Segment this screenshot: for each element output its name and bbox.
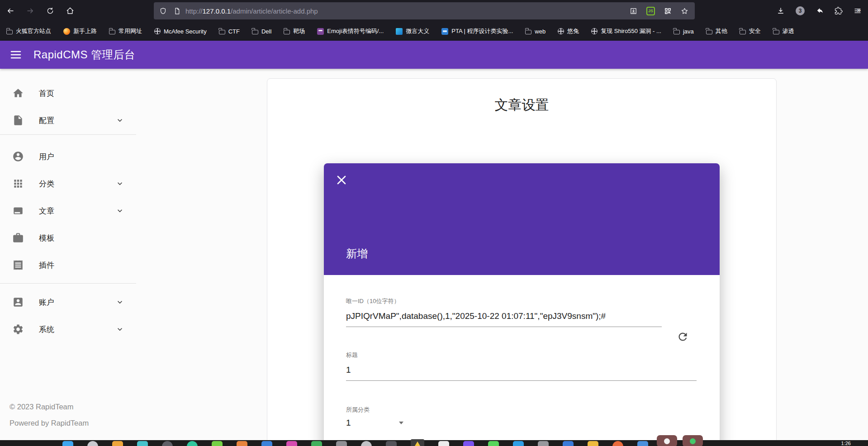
taskbar-app-icon[interactable] <box>361 441 372 446</box>
bookmarks-bar: 火狐官方站点 新手上路 常用网址 McAfee Security CTF <box>0 22 868 41</box>
extension-badge[interactable]: 3 <box>796 6 805 15</box>
bookmark-icon <box>154 28 161 34</box>
sidebar: 首页 配置 用户 分类 文章 <box>0 69 136 440</box>
taskbar-app-icon[interactable] <box>286 441 297 446</box>
bookmarks-overflow-chevron[interactable]: » <box>857 0 861 19</box>
bookmark-star-icon[interactable] <box>681 7 688 15</box>
bookmark-item[interactable]: 微言大义 <box>396 27 429 35</box>
taskbar-app-icon[interactable] <box>463 441 474 446</box>
sidebar-item-categories[interactable]: 分类 <box>0 170 136 197</box>
taskbar-app-icon[interactable] <box>162 441 173 446</box>
bookmark-label: 火狐官方站点 <box>16 27 51 35</box>
shield-icon[interactable] <box>159 7 167 15</box>
bookmark-item[interactable]: 火狐官方站点 <box>6 27 51 35</box>
bookmark-label: PTA | 程序设计类实验... <box>451 27 513 35</box>
bookmark-icon <box>219 30 225 34</box>
sidebar-item-accounts[interactable]: 账户 <box>0 289 136 316</box>
extensions-puzzle-icon[interactable] <box>835 7 843 15</box>
taskbar-app-icon[interactable] <box>637 441 648 446</box>
sidebar-toggle-icon[interactable] <box>10 49 22 61</box>
refresh-icon[interactable] <box>677 331 689 343</box>
bookmark-item[interactable]: PTA | 程序设计类实验... <box>441 27 513 35</box>
taskbar-app-icon[interactable] <box>612 441 623 446</box>
back-icon[interactable] <box>6 7 14 15</box>
qr-code-icon[interactable] <box>664 7 672 15</box>
receipt-icon <box>12 259 24 271</box>
forward-icon[interactable] <box>26 7 34 15</box>
url-actions: JS <box>630 7 688 15</box>
taskbar-thumbnail[interactable] <box>657 435 677 446</box>
browser-toolbar: http://127.0.0.1/admin/article/article-a… <box>0 0 868 22</box>
taskbar-app-icon[interactable] <box>513 441 524 446</box>
url-bar[interactable]: http://127.0.0.1/admin/article/article-a… <box>154 2 695 19</box>
taskbar-app-icon[interactable] <box>137 441 148 446</box>
taskbar-icons <box>62 441 648 446</box>
taskbar-app-icon[interactable] <box>112 441 123 446</box>
taskbar-app-icon[interactable] <box>62 441 73 446</box>
bookmark-item[interactable]: web <box>525 28 545 35</box>
taskbar-app-icon[interactable] <box>563 441 574 446</box>
taskbar-thumbnail[interactable] <box>683 435 703 446</box>
jshelter-extension-icon[interactable]: JS <box>646 7 655 15</box>
url-host: 127.0.0.1 <box>203 7 231 15</box>
taskbar-app-icon[interactable] <box>411 439 424 446</box>
bookmark-item[interactable]: Emoji表情符号编码/... <box>317 27 384 35</box>
taskbar-app-icon[interactable] <box>237 441 247 446</box>
bookmark-icon <box>740 30 746 34</box>
taskbar-app-icon[interactable] <box>336 441 347 446</box>
taskbar-app-icon[interactable] <box>87 441 98 446</box>
title-input[interactable] <box>346 362 697 381</box>
bookmark-item[interactable]: 复现 Shiro550 漏洞 - ... <box>591 27 661 35</box>
taskbar-app-icon[interactable] <box>386 441 397 446</box>
sidebar-item-label: 用户 <box>39 152 54 162</box>
sidebar-item-system[interactable]: 系统 <box>0 316 136 343</box>
bookmark-icon <box>109 30 115 34</box>
bookmark-item[interactable]: Dell <box>252 28 271 35</box>
bookmark-item[interactable]: 悠兔 <box>558 27 579 35</box>
sidebar-item-articles[interactable]: 文章 <box>0 197 136 224</box>
close-icon[interactable] <box>336 175 347 185</box>
downloads-icon[interactable] <box>777 7 785 15</box>
sidebar-item-templates[interactable]: 模板 <box>0 224 136 251</box>
home-icon[interactable] <box>66 7 74 15</box>
taskbar-app-icon[interactable] <box>261 441 272 446</box>
bookmark-item[interactable]: java <box>674 28 694 35</box>
unique-id-input[interactable] <box>346 308 662 327</box>
page-info-icon[interactable] <box>173 7 181 15</box>
sidebar-item-config[interactable]: 配置 <box>0 107 136 134</box>
taskbar-app-icon[interactable] <box>438 441 449 446</box>
taskbar-app-icon[interactable] <box>538 441 549 446</box>
sidebar-item-users[interactable]: 用户 <box>0 143 136 170</box>
bookmark-item[interactable]: CTF <box>219 28 240 35</box>
file-icon <box>12 114 24 126</box>
sidebar-item-label: 插件 <box>39 260 54 270</box>
taskbar-app-icon[interactable] <box>311 441 322 446</box>
sidebar-item-label: 配置 <box>39 115 54 126</box>
sidebar-item-label: 首页 <box>39 88 54 99</box>
bookmark-item[interactable]: 新手上路 <box>63 27 97 35</box>
sidebar-divider <box>0 283 136 284</box>
gear-icon <box>12 323 24 335</box>
page-title: 文章设置 <box>267 96 776 114</box>
bookmark-item[interactable]: 渗透 <box>773 27 794 35</box>
taskbar-app-icon[interactable] <box>588 441 598 446</box>
sidebar-item-home[interactable]: 首页 <box>0 80 136 107</box>
bookmark-item[interactable]: 常用网址 <box>109 27 142 35</box>
taskbar-app-icon[interactable] <box>187 441 198 446</box>
bookmark-item[interactable]: 靶场 <box>284 27 305 35</box>
taskbar-app-icon[interactable] <box>488 441 499 446</box>
bookmark-icon <box>706 30 712 34</box>
sidebar-item-label: 系统 <box>39 324 54 335</box>
bookmark-item[interactable]: McAfee Security <box>154 28 207 35</box>
bookmark-icon <box>591 28 598 34</box>
sidebar-item-plugins[interactable]: 插件 <box>0 251 136 279</box>
bookmark-item[interactable]: 其他 <box>706 27 727 35</box>
bookmark-label: 微言大义 <box>406 27 429 35</box>
bookmark-item[interactable]: 安全 <box>740 27 761 35</box>
bookmark-label: 其他 <box>716 27 727 35</box>
category-select[interactable]: 1 <box>346 418 405 428</box>
undo-arrow-icon[interactable] <box>816 7 824 15</box>
taskbar-app-icon[interactable] <box>212 441 223 446</box>
reload-icon[interactable] <box>46 7 54 15</box>
save-page-icon[interactable] <box>630 7 637 15</box>
